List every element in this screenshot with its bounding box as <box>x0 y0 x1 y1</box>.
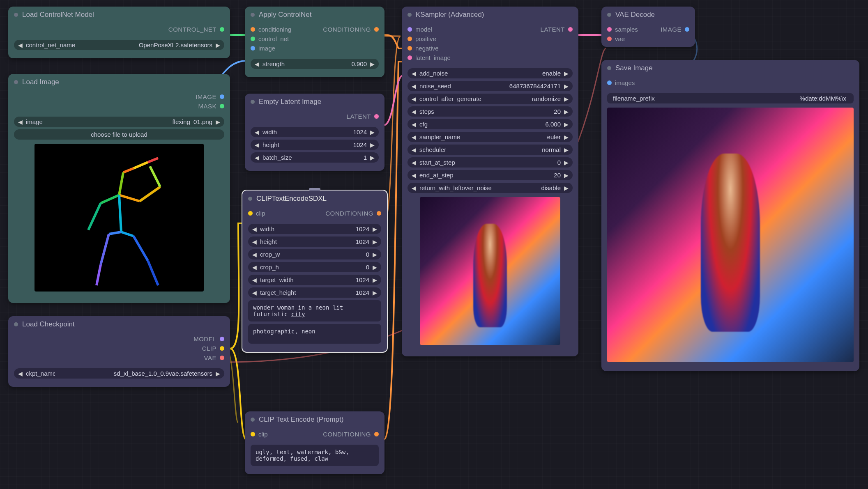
node-title[interactable]: Load Checkpoint <box>8 316 230 333</box>
arrow-left-icon[interactable]: ◀ <box>412 96 416 102</box>
arrow-left-icon[interactable]: ◀ <box>255 142 259 148</box>
port-dot-icon[interactable] <box>251 432 255 436</box>
port-dot-icon[interactable] <box>374 114 379 119</box>
arrow-left-icon[interactable]: ◀ <box>255 129 259 135</box>
node-vae-decode[interactable]: VAE Decode samples IMAGE vae <box>601 7 695 47</box>
resize-handle-icon[interactable] <box>309 188 320 191</box>
node-load-image[interactable]: Load Image IMAGE MASK ◀ image flexing_01… <box>8 74 230 303</box>
arrow-left-icon[interactable]: ◀ <box>252 289 257 296</box>
arrow-left-icon[interactable]: ◀ <box>412 70 416 77</box>
collapse-dot-icon[interactable] <box>251 100 255 104</box>
port-dot-icon[interactable] <box>408 37 412 41</box>
arrow-left-icon[interactable]: ◀ <box>412 108 416 115</box>
port-dot-icon[interactable] <box>248 211 253 216</box>
port-dot-icon[interactable] <box>374 432 379 436</box>
arrow-left-icon[interactable]: ◀ <box>252 277 257 283</box>
arrow-right-icon[interactable]: ▶ <box>373 226 377 232</box>
widget-scheduler[interactable]: ◀schedulernormal▶ <box>408 145 573 155</box>
arrow-left-icon[interactable]: ◀ <box>252 239 257 245</box>
widget-crop-h[interactable]: ◀crop_h0▶ <box>248 262 381 272</box>
arrow-right-icon[interactable]: ▶ <box>373 277 377 283</box>
arrow-right-icon[interactable]: ▶ <box>370 154 375 161</box>
widget-height[interactable]: ◀height1024▶ <box>251 140 379 150</box>
arrow-right-icon[interactable]: ▶ <box>370 142 375 148</box>
collapse-dot-icon[interactable] <box>251 418 255 422</box>
arrow-right-icon[interactable]: ▶ <box>370 61 375 67</box>
widget-return-with-leftover-noise[interactable]: ◀return_with_leftover_noisedisable▶ <box>408 183 573 193</box>
collapse-dot-icon[interactable] <box>607 66 611 70</box>
text-l-input[interactable]: photographic, neon <box>248 324 381 344</box>
arrow-right-icon[interactable]: ▶ <box>373 251 377 258</box>
node-clip-text-encode-prompt[interactable]: CLIP Text Encode (Prompt) clip CONDITION… <box>245 411 384 474</box>
node-title[interactable]: Load Image <box>8 74 230 90</box>
arrow-left-icon[interactable]: ◀ <box>412 134 416 140</box>
collapse-dot-icon[interactable] <box>14 322 18 326</box>
port-dot-icon[interactable] <box>251 27 255 32</box>
arrow-left-icon[interactable]: ◀ <box>252 226 257 232</box>
port-dot-icon[interactable] <box>408 46 412 51</box>
node-title[interactable]: Save Image <box>601 60 859 76</box>
widget-ckpt-name[interactable]: ◀ ckpt_name sd_xl_base_1.0_0.9vae.safete… <box>14 368 224 379</box>
node-title[interactable]: VAE Decode <box>601 7 695 23</box>
node-save-image[interactable]: Save Image images filename_prefix %date:… <box>601 60 859 371</box>
arrow-right-icon[interactable]: ▶ <box>564 172 569 179</box>
arrow-right-icon[interactable]: ▶ <box>216 119 220 125</box>
arrow-right-icon[interactable]: ▶ <box>564 185 569 191</box>
node-clip-text-encode-sdxl[interactable]: CLIPTextEncodeSDXL clip CONDITIONING ◀wi… <box>242 190 388 353</box>
port-dot-icon[interactable] <box>685 27 689 32</box>
collapse-dot-icon[interactable] <box>607 13 611 17</box>
port-dot-icon[interactable] <box>568 27 573 32</box>
arrow-right-icon[interactable]: ▶ <box>564 159 569 166</box>
port-dot-icon[interactable] <box>607 27 612 32</box>
port-dot-icon[interactable] <box>408 55 412 60</box>
arrow-left-icon[interactable]: ◀ <box>252 251 257 258</box>
port-dot-icon[interactable] <box>607 37 612 41</box>
port-dot-icon[interactable] <box>408 27 412 32</box>
widget-batch-size[interactable]: ◀batch_size1▶ <box>251 152 379 163</box>
arrow-right-icon[interactable]: ▶ <box>564 121 569 128</box>
port-dot-icon[interactable] <box>251 37 255 41</box>
arrow-left-icon[interactable]: ◀ <box>255 154 259 161</box>
widget-sampler-name[interactable]: ◀sampler_nameeuler▶ <box>408 132 573 142</box>
widget-control-after-generate[interactable]: ◀control_after_generaterandomize▶ <box>408 94 573 104</box>
node-empty-latent-image[interactable]: Empty Latent Image LATENT ◀width1024▶ ◀h… <box>245 94 384 171</box>
widget-steps[interactable]: ◀steps20▶ <box>408 106 573 117</box>
node-title[interactable]: CLIPTextEncodeSDXL <box>242 191 387 207</box>
arrow-left-icon[interactable]: ◀ <box>412 159 416 166</box>
widget-start-at-step[interactable]: ◀start_at_step0▶ <box>408 157 573 168</box>
widget-image-file[interactable]: ◀ image flexing_01.png ▶ <box>14 117 224 127</box>
arrow-right-icon[interactable]: ▶ <box>564 134 569 140</box>
port-dot-icon[interactable] <box>377 211 381 216</box>
widget-strength[interactable]: ◀ strength 0.900 ▶ <box>251 59 379 69</box>
arrow-left-icon[interactable]: ◀ <box>412 83 416 90</box>
port-dot-icon[interactable] <box>220 104 224 108</box>
collapse-dot-icon[interactable] <box>408 13 412 17</box>
widget-target-width[interactable]: ◀target_width1024▶ <box>248 275 381 285</box>
arrow-left-icon[interactable]: ◀ <box>255 61 259 67</box>
arrow-right-icon[interactable]: ▶ <box>564 70 569 77</box>
node-apply-controlnet[interactable]: Apply ControlNet conditioning CONDITIONI… <box>245 7 384 77</box>
collapse-dot-icon[interactable] <box>14 13 18 17</box>
port-dot-icon[interactable] <box>220 94 224 99</box>
arrow-left-icon[interactable]: ◀ <box>252 264 257 271</box>
arrow-left-icon[interactable]: ◀ <box>18 42 23 48</box>
widget-noise-seed[interactable]: ◀noise_seed648736784424171▶ <box>408 81 573 91</box>
collapse-dot-icon[interactable] <box>251 13 255 17</box>
node-title[interactable]: Empty Latent Image <box>245 94 384 110</box>
node-ksampler-advanced[interactable]: KSampler (Advanced) model LATENT positiv… <box>402 7 578 356</box>
arrow-right-icon[interactable]: ▶ <box>373 264 377 271</box>
widget-add-noise[interactable]: ◀add_noiseenable▶ <box>408 68 573 78</box>
arrow-left-icon[interactable]: ◀ <box>412 185 416 191</box>
arrow-left-icon[interactable]: ◀ <box>18 119 23 125</box>
widget-width[interactable]: ◀width1024▶ <box>251 127 379 137</box>
arrow-right-icon[interactable]: ▶ <box>564 96 569 102</box>
node-load-checkpoint[interactable]: Load Checkpoint MODEL CLIP VAE ◀ ckpt_na… <box>8 316 230 387</box>
arrow-right-icon[interactable]: ▶ <box>373 239 377 245</box>
arrow-left-icon[interactable]: ◀ <box>412 147 416 153</box>
arrow-right-icon[interactable]: ▶ <box>564 108 569 115</box>
arrow-right-icon[interactable]: ▶ <box>564 147 569 153</box>
node-title[interactable]: Apply ControlNet <box>245 7 384 23</box>
arrow-right-icon[interactable]: ▶ <box>216 42 220 48</box>
port-dot-icon[interactable] <box>220 337 224 341</box>
collapse-dot-icon[interactable] <box>14 80 18 84</box>
